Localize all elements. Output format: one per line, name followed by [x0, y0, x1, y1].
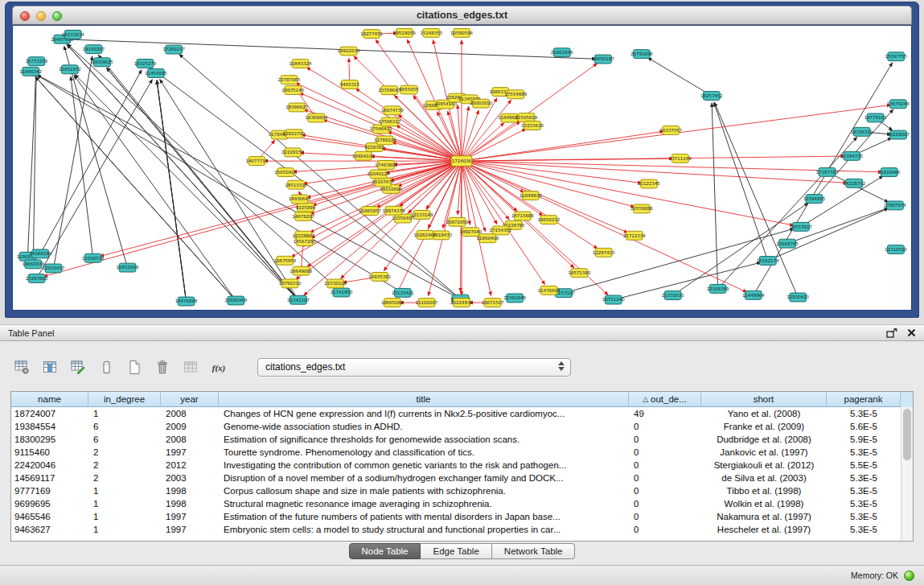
network-canvas[interactable]: 2165197220487919183252791001962511454885… — [12, 25, 912, 311]
graph-node[interactable]: 10019625 — [91, 58, 113, 67]
graph-node[interactable]: 13356407 — [392, 214, 414, 223]
graph-node[interactable]: 20167473 — [372, 178, 394, 187]
graph-node[interactable]: 13679248 — [887, 100, 910, 109]
delete-column-button[interactable] — [152, 356, 173, 377]
tab-node-table[interactable]: Node Table — [349, 543, 421, 559]
graph-node[interactable]: 22930423 — [786, 293, 809, 302]
graph-node[interactable]: 13206538 — [82, 253, 105, 262]
graph-node[interactable]: 18571380 — [568, 269, 590, 278]
graph-node[interactable]: 22787065 — [278, 76, 301, 84]
graph-node[interactable]: 18649088 — [290, 266, 313, 275]
graph-node[interactable]: 18071507 — [482, 299, 504, 307]
graph-node[interactable]: 22010417 — [43, 264, 65, 273]
graph-node[interactable]: 23293900 — [26, 274, 48, 283]
graph-node[interactable]: 11102007 — [416, 299, 438, 307]
graph-node[interactable]: 19386627 — [285, 103, 308, 112]
graph-node[interactable]: 17397787 — [816, 167, 839, 176]
graph-node[interactable]: 17566317 — [379, 117, 401, 126]
graph-node[interactable]: 15773258 — [25, 57, 47, 66]
graph-node[interactable]: 11860406 — [477, 234, 499, 243]
table-settings-button[interactable] — [11, 356, 32, 377]
graph-node[interactable]: 14077717 — [245, 157, 268, 166]
graph-node[interactable]: 19974379 — [383, 206, 405, 215]
table-row[interactable]: 2242004622012Investigating the contribut… — [11, 459, 913, 472]
graph-node[interactable]: 19277451 — [360, 30, 383, 39]
graph-node[interactable]: 21342107 — [287, 295, 310, 304]
graph-node[interactable]: 20003010 — [470, 99, 492, 108]
table-row[interactable]: 1872400712008Changes of HCN gene express… — [11, 407, 913, 420]
graph-node[interactable]: 10337557 — [659, 126, 682, 134]
graph-node[interactable]: 14567293 — [294, 237, 316, 246]
graph-node[interactable]: 18922036 — [338, 47, 360, 56]
column-header-in_degree[interactable]: in_degree — [88, 392, 161, 407]
column-header-out_de[interactable]: △out_de... — [629, 392, 701, 407]
graph-node[interactable]: 18656232 — [538, 216, 561, 225]
column-header-short[interactable]: short — [701, 392, 827, 407]
graph-node[interactable]: 22228158 — [281, 148, 304, 157]
graph-node[interactable]: 11946342 — [19, 67, 42, 76]
graph-node[interactable]: 23133421 — [392, 288, 414, 297]
zoom-window-button[interactable] — [52, 11, 62, 21]
graph-node[interactable]: 21122345 — [638, 179, 660, 188]
graph-node[interactable]: 15148355 — [420, 28, 442, 37]
graph-node[interactable]: 21331630 — [662, 291, 684, 300]
graph-node[interactable]: 18711240 — [602, 295, 625, 304]
graph-node[interactable]: 17154352 — [490, 226, 512, 235]
import-table-button[interactable] — [180, 356, 201, 377]
graph-node[interactable]: 20558088 — [630, 204, 653, 213]
tab-network-table[interactable]: Network Table — [492, 543, 576, 559]
graph-node[interactable]: 18665080 — [381, 299, 404, 307]
graph-node[interactable]: 17463800 — [375, 161, 397, 170]
graph-node[interactable]: 22361849 — [503, 294, 526, 303]
graph-node[interactable]: 16368804 — [305, 113, 327, 122]
graph-node[interactable]: 23692469 — [224, 296, 247, 305]
column-header-title[interactable]: title — [219, 392, 629, 407]
graph-node[interactable]: 19660938 — [22, 260, 44, 269]
graph-node[interactable]: 17280217 — [162, 45, 185, 54]
graph-node[interactable]: 14088188 — [29, 249, 51, 258]
graph-node[interactable]: 12822701 — [283, 130, 306, 138]
graph-node[interactable]: 11449964 — [742, 290, 765, 299]
graph-node[interactable]: 14804107 — [352, 151, 375, 160]
graph-node[interactable]: 21818486 — [878, 168, 901, 177]
graph-node[interactable]: 16852668 — [117, 263, 139, 272]
graph-node[interactable]: 12310500 — [885, 245, 907, 254]
graph-node[interactable]: 18325279 — [134, 60, 157, 68]
network-window-titlebar[interactable]: citations_edges.txt — [12, 6, 912, 25]
graph-node[interactable]: 9655655 — [399, 85, 418, 94]
graph-node[interactable]: 14715688 — [511, 212, 534, 220]
graph-node[interactable]: 14935393 — [368, 272, 391, 281]
graph-node[interactable]: 23668765 — [776, 239, 799, 248]
graph-node[interactable]: 9465315 — [340, 80, 359, 89]
table-row[interactable]: 1938455462009Genome-wide association stu… — [11, 420, 913, 433]
graph-node[interactable]: 16233834 — [62, 30, 84, 39]
graph-node[interactable]: 21040124 — [368, 170, 390, 179]
graph-node[interactable]: 11865857 — [359, 207, 381, 216]
graph-node[interactable]: 18035146 — [281, 86, 304, 95]
table-row[interactable]: 977716911998Corpus callosum shape and si… — [11, 484, 913, 497]
table-row[interactable]: 969969511998Structural magnetic resonanc… — [11, 497, 913, 510]
graph-node[interactable]: 14930647 — [289, 195, 311, 204]
graph-node[interactable]: 13711149 — [669, 154, 692, 163]
table-scrollbar-thumb[interactable] — [903, 409, 911, 460]
graph-node[interactable]: 21741950 — [331, 288, 353, 297]
graph-node[interactable]: 21712334 — [623, 231, 646, 240]
graph-node[interactable]: 18257452 — [700, 92, 723, 101]
graph-node[interactable]: 12788224 — [374, 136, 396, 145]
graph-node[interactable]: 10590594 — [450, 28, 473, 37]
show-columns-button[interactable] — [39, 356, 60, 377]
graph-node[interactable]: 18779162 — [864, 113, 887, 122]
graph-node[interactable]: 19557917 — [790, 222, 812, 231]
table-row[interactable]: 946554611997Estimation of the future num… — [11, 510, 913, 523]
graph-node[interactable]: 23359643 — [378, 86, 400, 95]
graph-node[interactable]: 15650415 — [274, 168, 297, 177]
graph-node[interactable]: 17554889 — [504, 90, 527, 99]
float-panel-icon[interactable] — [886, 328, 897, 338]
graph-node[interactable]: 14228762 — [843, 179, 865, 187]
column-header-year[interactable]: year — [161, 392, 219, 407]
graph-node[interactable]: 17867974 — [884, 201, 906, 210]
table-row[interactable]: 946362711997Embryonic stem cells: a mode… — [11, 523, 913, 536]
graph-node[interactable]: 10843324 — [290, 60, 312, 68]
graph-node[interactable]: 20224930 — [450, 299, 473, 307]
minimize-window-button[interactable] — [36, 11, 46, 21]
